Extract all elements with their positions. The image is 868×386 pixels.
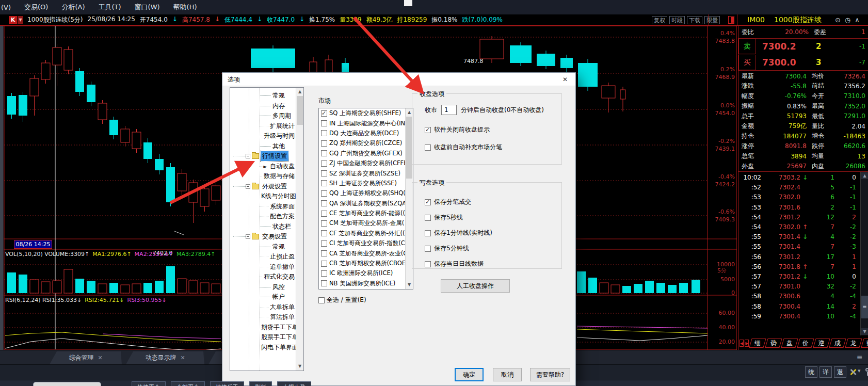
menu-icon[interactable]: ≡: [857, 353, 863, 361]
tab-scroll-right-icon[interactable]: ▶: [745, 340, 749, 347]
checkbox-icon[interactable]: [321, 261, 327, 267]
market-item[interactable]: ZJ 中国金融期货交易所(CFFE: [319, 158, 413, 168]
status-button-统[interactable]: 统: [805, 366, 817, 378]
tree-item-扩展统计[interactable]: 扩展统计: [230, 121, 296, 132]
tree-item-程式化交易[interactable]: 程式化交易: [230, 272, 296, 282]
select-all-checkbox[interactable]: 全选 / 重置(E): [318, 296, 366, 304]
market-item[interactable]: NB 美国洲际交易所(ICE): [319, 279, 413, 288]
tree-item-外观设置[interactable]: 外观设置: [230, 182, 296, 192]
status-button-详[interactable]: 详: [819, 366, 832, 378]
scroll-down-icon[interactable]: ▼: [861, 328, 868, 335]
minutes-input[interactable]: 1: [441, 105, 457, 115]
chart-button-3[interactable]: 限量: [704, 16, 720, 24]
tree-item-期货手工下单[interactable]: 期货手工下单: [230, 323, 296, 333]
dialog-checkbox-保存分笔成交[interactable]: 保存分笔成交: [425, 198, 471, 206]
chart-button-0[interactable]: 复权: [652, 16, 667, 24]
tree-item-多周期[interactable]: 多周期: [230, 111, 296, 121]
quick-button-止损止盈[interactable]: 止损止盈: [277, 381, 311, 386]
tree-item-内存[interactable]: 内存: [230, 101, 296, 111]
symbol-code[interactable]: IM00: [747, 15, 765, 25]
kline-type-dropdown-icon[interactable]: ▼: [18, 16, 23, 24]
clock-icon[interactable]: ◷: [845, 16, 850, 24]
tab-scroll-left-icon[interactable]: ◀: [740, 340, 744, 347]
checkbox-icon[interactable]: [321, 110, 327, 117]
help-button[interactable]: 需要帮助?: [530, 368, 570, 381]
panel-tab-势[interactable]: 势: [765, 339, 782, 348]
dialog-checkbox-保存1分钟线(实时线)[interactable]: 保存1分钟线(实时线): [425, 229, 492, 237]
status-button-退[interactable]: 退: [834, 366, 846, 378]
panel-tab-财[interactable]: 财: [861, 339, 868, 348]
workspace-tab-动态显示牌[interactable]: 动态显示牌✕: [126, 351, 204, 364]
close-icon[interactable]: ✕: [559, 74, 571, 85]
scroll-up-icon[interactable]: ▲: [297, 88, 303, 95]
tools-icon[interactable]: [849, 368, 857, 376]
market-item[interactable]: CA 芝加哥商业交易所-农业(C: [319, 248, 413, 258]
checkbox-icon[interactable]: [321, 150, 327, 156]
tree-item-风控[interactable]: 风控: [230, 282, 296, 293]
checkbox-icon[interactable]: [321, 220, 327, 227]
target-icon[interactable]: ⊙: [835, 16, 841, 24]
ask-row[interactable]: 卖7300.22-1: [738, 39, 868, 54]
symbol-name[interactable]: 1000股指连续: [774, 15, 822, 25]
tree-item-常规[interactable]: 常规: [230, 91, 296, 101]
dialog-checkbox-保存当日日线数据[interactable]: 保存当日日线数据: [425, 260, 484, 268]
kline-type-badge[interactable]: K: [9, 16, 17, 24]
chart-button-1[interactable]: 时段: [669, 16, 685, 24]
scroll-thumb[interactable]: ≡: [861, 296, 868, 318]
checkbox-icon[interactable]: [425, 144, 431, 151]
scroll-thumb[interactable]: [297, 96, 303, 125]
tree-item-行情设置[interactable]: 行情设置: [230, 151, 296, 162]
market-item[interactable]: CF 芝加哥商业交易所-外汇((: [319, 229, 413, 238]
workspace-tab-综合管理[interactable]: 综合管理✕: [50, 351, 122, 364]
pin-icon[interactable]: [865, 367, 868, 376]
tree-item-常规[interactable]: 常规: [230, 242, 296, 252]
tree-item-追单撤单[interactable]: 追单撤单: [230, 262, 296, 272]
dialog-checkbox-保存5分钟线[interactable]: 保存5分钟线: [425, 244, 469, 253]
tree-item-自动收盘[interactable]: ►自动收盘: [230, 162, 296, 172]
tree-item-大单拆单[interactable]: 大单拆单: [230, 302, 296, 313]
tree-item-其他[interactable]: 其他: [230, 141, 296, 152]
market-item[interactable]: SZ 深圳证券交易所(SZSE): [319, 168, 413, 178]
tree-scrollbar[interactable]: ▲ ▼: [296, 88, 303, 371]
tab-close-icon[interactable]: ✕: [98, 355, 102, 361]
scroll-down-icon[interactable]: ▼: [406, 281, 412, 288]
quick-button-快捷反手[interactable]: 快捷反手: [210, 381, 244, 386]
left-scroll-strip[interactable]: [0, 26, 4, 350]
checkbox-icon[interactable]: [321, 230, 327, 236]
checkbox-icon[interactable]: [321, 211, 327, 217]
ok-button[interactable]: 确定: [455, 368, 484, 381]
menu-item-3[interactable]: 工具(T): [98, 3, 121, 12]
tree-item-配色方案[interactable]: 配色方案: [230, 212, 296, 222]
market-item[interactable]: DQ 大连商品交易所(DCE): [319, 128, 413, 138]
tree-item-股票手工下单[interactable]: 股票手工下单: [230, 332, 296, 343]
chart-layout-icon[interactable]: [728, 16, 734, 24]
checkbox-icon[interactable]: [425, 199, 431, 205]
checkbox-icon[interactable]: [425, 230, 431, 236]
menu-item-4[interactable]: 窗口(W): [135, 3, 160, 12]
tree-item-系统界面[interactable]: 系统界面: [230, 202, 296, 212]
menu-item-5[interactable]: 帮助(H): [173, 3, 197, 12]
checkbox-icon[interactable]: [321, 130, 327, 136]
market-item[interactable]: CM 芝加哥商业交易所-金属(: [319, 218, 413, 228]
tick-scrollbar[interactable]: ▲≡▼: [860, 172, 868, 335]
panel-tab-盘[interactable]: 盘: [781, 339, 798, 348]
checkbox-icon[interactable]: [321, 240, 327, 247]
checkbox-icon[interactable]: [321, 190, 327, 197]
quick-button-全部平仓[interactable]: 全部平仓: [171, 381, 205, 386]
checkbox-icon[interactable]: [321, 120, 327, 126]
scroll-down-icon[interactable]: ▼: [297, 363, 303, 370]
panel-tab-逆[interactable]: 逆: [813, 339, 830, 348]
tree-item-帐户[interactable]: 帐户: [230, 292, 296, 302]
collapse-icon[interactable]: ∧: [855, 16, 860, 24]
panel-tab-价[interactable]: 价: [797, 339, 814, 348]
market-item[interactable]: QQ 上海证券期权交易(SHQ(: [319, 188, 413, 198]
panel-tab-龙[interactable]: 龙: [845, 339, 862, 348]
collapse-icon[interactable]: [246, 184, 250, 189]
market-item[interactable]: SH 上海证券交易所(SSE): [319, 179, 413, 188]
panel-tab-细[interactable]: 细: [749, 339, 766, 348]
collapse-icon[interactable]: [246, 234, 250, 239]
checkbox-icon[interactable]: [425, 246, 431, 252]
panel-tab-成[interactable]: 成: [829, 339, 846, 348]
market-item[interactable]: QA 深圳证券期权交易(SZQA: [319, 199, 413, 208]
checkbox-icon[interactable]: [321, 250, 327, 256]
